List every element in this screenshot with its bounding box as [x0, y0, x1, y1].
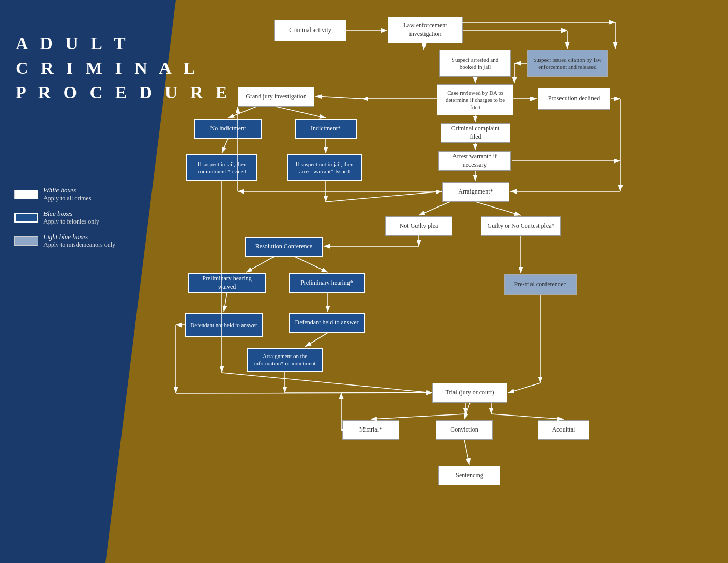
suspect-arrested-box: Suspect arrested and booked in jail	[439, 50, 511, 77]
sentencing-box: Sentencing	[438, 466, 501, 485]
if-in-jail-box: If suspect in jail, then commitment * is…	[186, 154, 257, 181]
grand-jury-box: Grand jury investigation	[238, 87, 314, 107]
if-not-in-jail-box: If suspect not in jail, then arrest warr…	[287, 154, 362, 181]
preliminary-waived-box: Preliminary hearing waived	[188, 273, 266, 293]
flowchart: Criminal activity Law enforcement invest…	[0, 0, 728, 563]
criminal-complaint-box: Criminal complaint filed	[441, 123, 510, 143]
prosecution-declined-box: Prosecution declined	[538, 88, 610, 110]
arraignment-info-box: Arraignment on the information* or indic…	[247, 348, 323, 372]
resolution-conference-box: Resolution Conference	[245, 237, 323, 257]
not-guilty-box: Not Guilty plea	[385, 216, 452, 236]
defendant-not-held-box: Defendant not held to answer	[185, 313, 263, 337]
guilty-no-contest-box: Guilty or No Contest plea*	[481, 216, 561, 236]
defendant-held-box: Defendant held to answer	[289, 313, 365, 333]
indictment-box: Indictment*	[295, 119, 357, 139]
criminal-activity-box: Criminal activity	[274, 20, 346, 41]
suspect-issued-box: Suspect issued citation by law enforceme…	[527, 50, 608, 77]
law-enforcement-box: Law enforcement investigation	[388, 17, 463, 43]
mistrial-box: Mistrial*	[342, 420, 399, 440]
case-reviewed-box: Case reviewed by DA to determine if char…	[437, 84, 513, 115]
arraignment-box: Arraignment*	[442, 182, 509, 202]
acquittal-box: Acquittal	[538, 420, 589, 440]
trial-box: Trial (jury or court)	[432, 383, 507, 403]
conviction-box: Conviction	[436, 420, 493, 440]
arrest-warrant-box: Arrest warrant* if necessary	[438, 151, 511, 171]
preliminary-hearing-box: Preliminary hearing*	[289, 273, 365, 293]
no-indictment-box: No indictment	[194, 119, 262, 139]
pretrial-conference-box: Pre-trial conference*	[504, 274, 577, 295]
